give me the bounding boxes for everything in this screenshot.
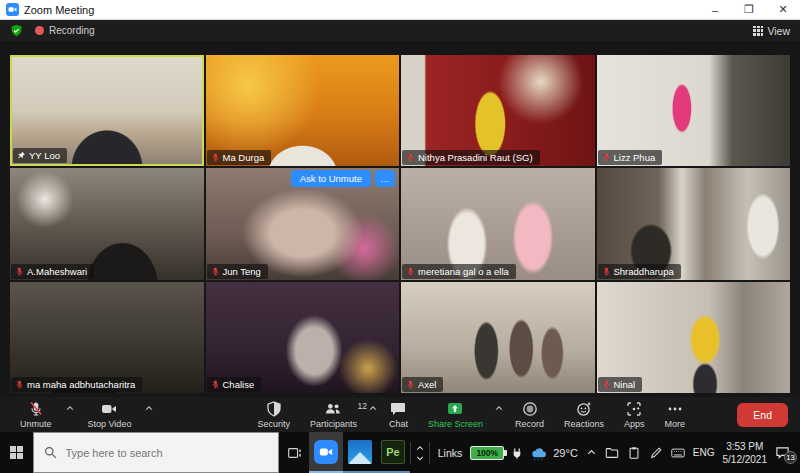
links-toolbar-label[interactable]: Links	[438, 447, 463, 459]
time-label: 3:53 PM	[723, 440, 768, 453]
participant-name-chip: Nithya Prasadini Raut (SG)	[402, 150, 540, 165]
windows-logo-icon	[10, 446, 23, 459]
participant-name-chip: meretiana gal o a ella	[402, 264, 516, 279]
action-center-button[interactable]: 13	[775, 445, 794, 460]
taskbar-search[interactable]	[33, 432, 279, 473]
video-tile[interactable]: Nithya Prasadini Raut (SG)	[401, 55, 595, 166]
video-tile[interactable]: Ninal	[597, 282, 791, 393]
stop-video-button[interactable]: Stop Video	[80, 397, 140, 432]
taskbar-clock[interactable]: 3:53 PM 5/12/2021	[723, 440, 768, 466]
participant-name-chip: Axel	[402, 377, 443, 392]
pen-icon[interactable]	[649, 446, 663, 460]
window-titlebar: Zoom Meeting – ❐ ✕	[0, 0, 800, 20]
zoom-meeting-window: Zoom Meeting – ❐ ✕ Recording View YY Loo	[0, 0, 800, 473]
mic-muted-icon	[211, 153, 220, 162]
meeting-info-shield-icon[interactable]	[10, 24, 23, 37]
mic-muted-icon	[602, 267, 611, 276]
participant-name-chip: A.Maheshwari	[11, 264, 94, 279]
video-tile[interactable]: Chalise	[206, 282, 400, 393]
temperature-label: 29°C	[553, 447, 578, 459]
recording-label: Recording	[49, 25, 95, 36]
folder-icon[interactable]	[605, 446, 619, 460]
reactions-button[interactable]: Reactions	[556, 397, 612, 432]
battery-icon: 100%	[470, 446, 504, 460]
close-button[interactable]: ✕	[766, 0, 800, 19]
video-tile[interactable]: meretiana gal o a ella	[401, 168, 595, 279]
toolbar-scroll-buttons[interactable]	[410, 442, 430, 464]
touch-keyboard-icon[interactable]	[671, 446, 685, 460]
participant-name: Axel	[418, 379, 436, 390]
share-screen-icon	[447, 401, 463, 417]
video-tile[interactable]: Axel	[401, 282, 595, 393]
record-button[interactable]: Record	[507, 397, 552, 432]
photos-app-icon	[348, 440, 372, 464]
ask-to-unmute-button[interactable]: Ask to Unmute	[291, 170, 371, 187]
unmute-options-chevron[interactable]	[66, 397, 74, 432]
mic-muted-icon	[211, 267, 220, 276]
video-camera-icon	[101, 401, 117, 417]
system-tray: Links 100% 29°C	[410, 432, 800, 473]
taskbar-zoom-app[interactable]	[309, 432, 342, 473]
video-tile[interactable]: Jun Teng Ask to Unmute …	[206, 168, 400, 279]
video-tile[interactable]: YY Loo	[10, 55, 204, 166]
participant-name: A.Maheshwari	[27, 266, 87, 277]
participant-name-chip: Lizz Phua	[598, 150, 663, 165]
weather-widget[interactable]: 29°C	[531, 444, 578, 461]
participant-name-chip: Ninal	[598, 377, 643, 392]
taskbar-photos-app[interactable]	[343, 432, 376, 473]
apps-icon	[626, 401, 642, 417]
mic-muted-icon	[211, 380, 220, 389]
view-label: View	[767, 25, 790, 37]
participant-name: Ninal	[614, 379, 636, 390]
participant-name-chip: Jun Teng	[207, 264, 268, 279]
battery-indicator[interactable]: 100%	[470, 446, 523, 460]
participant-name: Chalise	[223, 379, 255, 390]
video-tile[interactable]: Shraddharupa	[597, 168, 791, 279]
mic-muted-icon	[28, 401, 44, 417]
participants-options-chevron[interactable]	[369, 397, 377, 432]
tile-more-button[interactable]: …	[375, 170, 395, 187]
share-screen-button[interactable]: Share Screen	[420, 397, 491, 432]
windows-taskbar: Pe Links 100% 29°C	[0, 432, 800, 473]
taskbar-pe-app[interactable]: Pe	[376, 432, 409, 473]
reactions-icon	[576, 401, 592, 417]
participant-name: Shraddharupa	[614, 266, 674, 277]
apps-button[interactable]: Apps	[616, 397, 653, 432]
video-tile[interactable]: Lizz Phua	[597, 55, 791, 166]
record-icon	[522, 401, 538, 417]
clipboard-icon[interactable]	[627, 446, 641, 460]
participants-button[interactable]: 12 Participants	[302, 397, 365, 432]
more-button[interactable]: More	[657, 397, 694, 432]
video-options-chevron[interactable]	[145, 397, 153, 432]
video-tile[interactable]: ma maha adbhutacharitra	[10, 282, 204, 393]
share-options-chevron[interactable]	[495, 397, 503, 432]
power-plug-icon	[511, 447, 523, 459]
restore-button[interactable]: ❐	[732, 0, 766, 19]
show-hidden-icons-chevron[interactable]	[586, 447, 597, 458]
chat-button[interactable]: Chat	[381, 397, 416, 432]
language-indicator[interactable]: ENG	[693, 447, 715, 458]
shield-icon	[266, 401, 282, 417]
zoom-app-icon	[314, 440, 338, 464]
participant-name: YY Loo	[29, 150, 60, 161]
notification-badge: 13	[784, 451, 797, 464]
security-button[interactable]: Security	[249, 397, 298, 432]
mic-muted-icon	[15, 380, 24, 389]
chevron-down-icon	[416, 454, 424, 462]
minimize-button[interactable]: –	[698, 0, 732, 19]
end-meeting-button[interactable]: End	[737, 403, 788, 427]
unmute-button[interactable]: Unmute	[12, 397, 60, 432]
meeting-header: Recording View	[0, 20, 800, 41]
ask-to-unmute-group: Ask to Unmute …	[291, 170, 395, 187]
view-button[interactable]: View	[753, 25, 790, 37]
video-tile[interactable]: Ma Durga	[206, 55, 400, 166]
search-input[interactable]	[65, 447, 268, 459]
participant-name-chip: Chalise	[207, 377, 262, 392]
task-view-button[interactable]	[279, 432, 309, 473]
pe-app-icon: Pe	[381, 440, 405, 464]
participant-name: Nithya Prasadini Raut (SG)	[418, 152, 533, 163]
video-tile[interactable]: A.Maheshwari	[10, 168, 204, 279]
start-button[interactable]	[0, 432, 33, 473]
participant-name-chip: ma maha adbhutacharitra	[11, 377, 142, 392]
recording-indicator: Recording	[35, 25, 95, 36]
